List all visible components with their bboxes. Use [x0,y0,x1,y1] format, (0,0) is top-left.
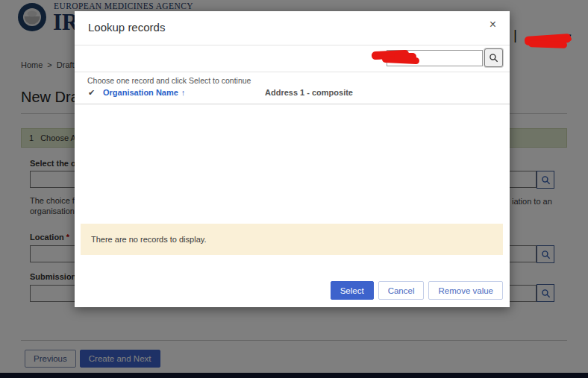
select-column-check-icon: ✔ [88,88,95,98]
screen: EUROPEAN MEDICINES AGENCY IR | ▾ Home>Dr… [0,0,588,378]
select-button[interactable]: Select [331,281,374,300]
close-icon[interactable]: × [490,19,496,31]
column-header-address: Address 1 - composite [265,88,353,97]
cancel-button[interactable]: Cancel [378,281,425,300]
redaction-mark [394,53,416,60]
sort-ascending-icon: ↑ [181,88,186,97]
divider [75,45,510,45]
column-header-organisation-name[interactable]: Organisation Name↑ [103,88,185,97]
column-label: Organisation Name [103,88,178,97]
no-records-banner: There are no records to display. [81,224,503,255]
dialog-footer: Select Cancel Remove value [331,281,503,300]
no-records-message: There are no records to display. [91,235,206,244]
lookup-records-dialog: Lookup records × Choose one record and c… [75,11,510,307]
divider [75,72,510,72]
remove-value-button[interactable]: Remove value [428,281,503,300]
dialog-instruction: Choose one record and click Select to co… [87,76,251,85]
table-header-divider [75,104,510,104]
lookup-search-button[interactable] [484,48,503,67]
search-icon [489,53,498,63]
dialog-title: Lookup records [88,21,165,34]
